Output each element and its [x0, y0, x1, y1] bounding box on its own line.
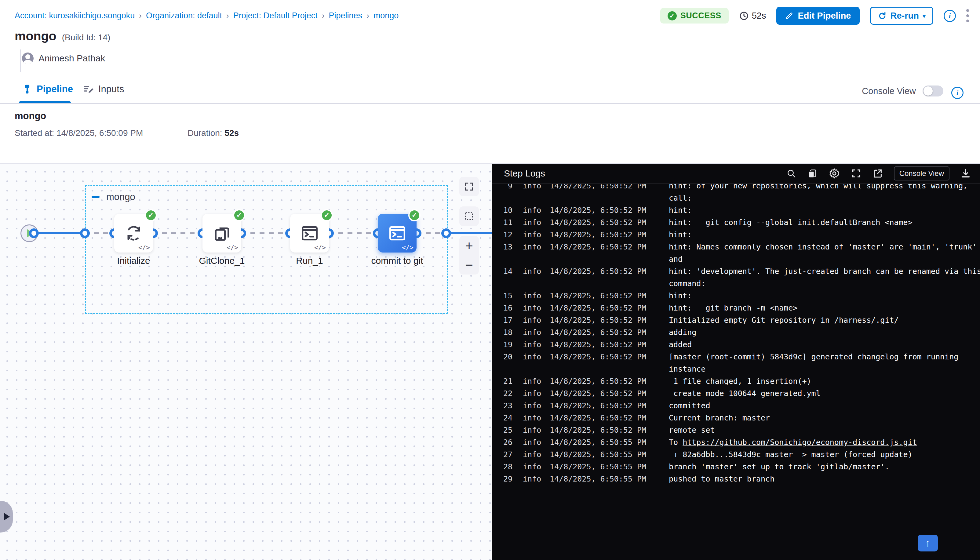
log-line-number: 20 [492, 351, 512, 363]
log-level: info [523, 473, 550, 485]
search-icon[interactable] [787, 168, 796, 178]
tab-pipeline[interactable]: Pipeline [22, 84, 73, 95]
step-node-initialize[interactable]: ✓</> [114, 214, 153, 253]
console-view-button[interactable]: Console View [894, 167, 950, 180]
scroll-to-top-button[interactable]: ↑ [918, 535, 938, 552]
stage-started-at: Started at: 14/8/2025, 6:50:09 PM [15, 128, 143, 138]
step-success-badge: ✓ [408, 209, 420, 222]
stage-collapse-control[interactable]: mongo [92, 192, 135, 202]
pipeline-canvas[interactable]: mongo ✓</>Initialize✓</>GitClone_1✓</>Ru… [0, 164, 492, 560]
breadcrumb-separator: › [367, 11, 369, 20]
step-node-gitclone_1[interactable]: ✓</> [202, 214, 241, 253]
log-message: hint: [669, 229, 980, 241]
log-timestamp: 14/8/2025, 6:50:52 PM [550, 351, 669, 363]
breadcrumb-separator: › [322, 11, 325, 20]
author-indent-line [20, 50, 21, 72]
step-logs-header: Step Logs [492, 164, 980, 183]
connector-ring[interactable] [441, 228, 451, 238]
log-line-number: 28 [492, 461, 512, 473]
log-level: info [523, 217, 550, 229]
log-message: Initialized empty Git repository in /har… [669, 314, 980, 327]
download-icon[interactable] [960, 168, 971, 178]
tab-bar: Pipeline Inputs Console View i [0, 79, 980, 104]
stage-name: mongo [15, 110, 46, 122]
duration-indicator: 52s [739, 11, 766, 21]
canvas-fullscreen-button[interactable] [459, 177, 479, 196]
tab-inputs-label: Inputs [98, 84, 124, 95]
more-options-menu[interactable] [966, 9, 969, 22]
log-row: 9info14/8/2025, 6:50:52 PMhint: of your … [492, 184, 980, 204]
log-lines[interactable]: 9info14/8/2025, 6:50:52 PMhint: of your … [492, 184, 980, 514]
log-line-number: 29 [492, 473, 512, 485]
connector-line [153, 232, 202, 234]
open-external-icon[interactable] [873, 168, 883, 178]
canvas-selection-button[interactable] [459, 207, 479, 226]
log-line-number: 17 [492, 314, 512, 327]
log-row: 27info14/8/2025, 6:50:55 PM + 82a6dbb...… [492, 448, 980, 461]
log-message: create mode 100644 generated.yml [669, 387, 980, 400]
log-row: 20info14/8/2025, 6:50:52 PM[master (root… [492, 351, 980, 375]
console-view-info-icon[interactable]: i [951, 87, 963, 99]
console-view-toggle[interactable] [923, 85, 943, 97]
log-line-number: 23 [492, 400, 512, 412]
collapse-minus-icon [92, 196, 100, 198]
breadcrumb-item[interactable]: mongo [373, 11, 399, 20]
breadcrumb-item[interactable]: Pipelines [329, 11, 362, 20]
top-bar: Account: kurosakiichigo.songoku›Organiza… [0, 0, 980, 30]
breadcrumb-separator: › [226, 11, 229, 20]
step-node-run_1[interactable]: ✓</> [290, 214, 329, 253]
log-link[interactable]: https://github.com/Sonichigo/economy-dis… [683, 438, 917, 447]
log-row: 29info14/8/2025, 6:50:55 PMpushed to mas… [492, 473, 980, 485]
log-row: 22info14/8/2025, 6:50:52 PM create mode … [492, 387, 980, 400]
log-timestamp: 14/8/2025, 6:50:52 PM [550, 265, 669, 278]
rerun-button[interactable]: Re-run ▾ [870, 7, 933, 25]
log-message: adding [669, 327, 980, 338]
log-level: info [523, 241, 550, 253]
expand-fullscreen-icon[interactable] [851, 168, 862, 178]
breadcrumb-item[interactable]: Account: kurosakiichigo.songoku [15, 11, 135, 20]
step-success-badge: ✓ [233, 209, 245, 222]
log-timestamp: 14/8/2025, 6:50:52 PM [550, 229, 669, 241]
step-logs-title: Step Logs [504, 168, 545, 178]
log-message: hint: of your new repositories, which wi… [669, 184, 980, 204]
log-timestamp: 14/8/2025, 6:50:52 PM [550, 184, 669, 192]
log-message: [master (root-commit) 5843d9c] generated… [669, 351, 980, 375]
connector-ring[interactable] [80, 228, 90, 238]
log-row: 14info14/8/2025, 6:50:52 PMhint: 'develo… [492, 265, 980, 290]
log-message: hint: 'development'. The just-created br… [669, 265, 980, 290]
breadcrumb-item[interactable]: Organization: default [146, 11, 222, 20]
log-message: hint: git branch -m <name> [669, 302, 980, 314]
edit-pipeline-button[interactable]: Edit Pipeline [776, 7, 859, 25]
log-row: 17info14/8/2025, 6:50:52 PMInitialized e… [492, 314, 980, 327]
connector-ring[interactable] [29, 228, 39, 238]
log-line-number: 16 [492, 302, 512, 314]
pipeline-execution-page: Account: kurosakiichigo.songoku›Organiza… [0, 0, 980, 560]
breadcrumb-item[interactable]: Project: Default Project [233, 11, 318, 20]
tab-inputs[interactable]: Inputs [83, 84, 124, 95]
chevron-down-icon: ▾ [923, 12, 926, 20]
log-level: info [523, 302, 550, 314]
log-row: 24info14/8/2025, 6:50:52 PMCurrent branc… [492, 412, 980, 424]
settings-gear-icon[interactable] [828, 168, 840, 179]
canvas-zoom-controls[interactable]: + − [459, 236, 479, 275]
step-node-commit-to-git[interactable]: ✓</> [378, 214, 417, 253]
log-message: branch 'master' set up to track 'gitlab/… [669, 461, 980, 473]
log-row: 19info14/8/2025, 6:50:52 PMadded [492, 338, 980, 351]
log-row: 15info14/8/2025, 6:50:52 PMhint: [492, 290, 980, 302]
zoom-out-button[interactable]: − [465, 258, 473, 272]
log-timestamp: 14/8/2025, 6:50:52 PM [550, 400, 669, 412]
log-row: 12info14/8/2025, 6:50:52 PMhint: [492, 229, 980, 241]
active-tab-underline [19, 101, 71, 103]
header-actions: ✓ SUCCESS 52s Edit Pipeline [660, 7, 969, 25]
log-message: Current branch: master [669, 412, 980, 424]
expand-left-panel-handle[interactable] [0, 501, 13, 533]
log-level: info [523, 314, 550, 327]
log-level: info [523, 448, 550, 461]
info-icon[interactable]: i [944, 10, 956, 22]
copy-icon[interactable] [807, 168, 818, 178]
zoom-in-button[interactable]: + [465, 239, 473, 253]
user-avatar-icon [22, 53, 33, 64]
log-timestamp: 14/8/2025, 6:50:55 PM [550, 448, 669, 461]
stage-summary: mongo Started at: 14/8/2025, 6:50:09 PM … [0, 104, 980, 164]
inputs-icon [83, 84, 94, 95]
